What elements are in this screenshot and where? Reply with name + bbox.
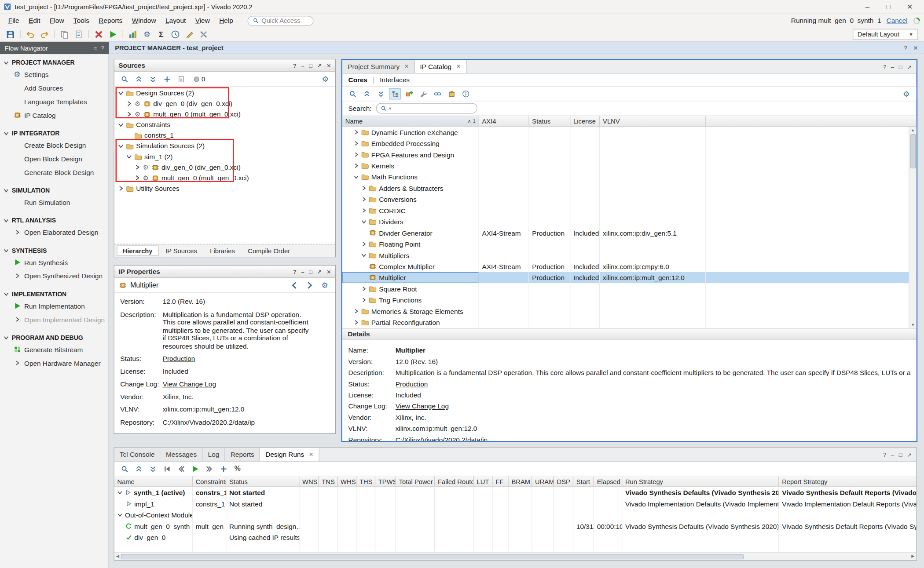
menu-flow[interactable]: Flow bbox=[45, 16, 69, 25]
panel-minimize-icon[interactable]: – bbox=[891, 63, 894, 70]
panel-maximize-icon[interactable]: □ bbox=[899, 63, 902, 70]
search-button[interactable] bbox=[118, 73, 130, 84]
details-value[interactable]: View Change Log bbox=[396, 402, 449, 409]
chevron-down-icon[interactable] bbox=[354, 174, 359, 179]
chevron-down-icon[interactable] bbox=[118, 122, 124, 127]
panel-float-icon[interactable]: ↗ bbox=[907, 451, 912, 458]
column-header-ths[interactable]: THS bbox=[356, 476, 375, 486]
add-ip-button[interactable] bbox=[403, 88, 415, 99]
runs-tab-reports[interactable]: Reports bbox=[225, 448, 260, 461]
workspace-close-icon[interactable]: ✕ bbox=[913, 44, 918, 51]
run-icon[interactable] bbox=[108, 30, 117, 39]
chevron-right-icon[interactable] bbox=[361, 286, 367, 291]
panel-float-icon[interactable]: ↗ bbox=[317, 268, 322, 275]
sources-tree-row-constrs-1[interactable]: constrs_1 bbox=[114, 130, 335, 141]
panel-maximize-icon[interactable]: □ bbox=[899, 451, 902, 458]
column-header-status[interactable]: Status bbox=[529, 116, 571, 126]
sources-tree-row-simulation-sources-2[interactable]: Simulation Sources (2) bbox=[114, 141, 335, 151]
catalog-row-adders-subtracters[interactable]: Adders & Subtracters bbox=[342, 182, 916, 193]
sum-icon[interactable]: Σ bbox=[157, 30, 165, 39]
scroll-up-icon[interactable]: ▲ bbox=[911, 127, 915, 133]
catalog-search-input[interactable] bbox=[394, 105, 472, 112]
copy-icon[interactable] bbox=[60, 30, 69, 39]
flownav-section-simulation[interactable]: SIMULATION bbox=[0, 184, 108, 195]
column-header-vlnv[interactable]: VLNV bbox=[600, 116, 706, 126]
collapse-all-button[interactable] bbox=[361, 88, 373, 99]
workspace-help-icon[interactable]: ? bbox=[904, 44, 907, 51]
scrollbar-thumb[interactable] bbox=[910, 134, 916, 168]
menu-layout[interactable]: Layout bbox=[161, 16, 191, 25]
search-button[interactable] bbox=[118, 463, 130, 474]
chevron-down-icon[interactable] bbox=[117, 512, 123, 517]
hierarchy-view-button[interactable] bbox=[389, 88, 401, 99]
column-header-uram[interactable]: URAM bbox=[532, 476, 554, 486]
panel-float-icon[interactable]: ↗ bbox=[317, 62, 322, 69]
close-tab-icon[interactable]: ✕ bbox=[309, 451, 313, 457]
chevron-right-icon[interactable] bbox=[354, 141, 359, 146]
chevron-right-icon[interactable] bbox=[361, 186, 367, 191]
panel-close-icon[interactable]: ✕ bbox=[326, 268, 331, 275]
catalog-subtab-interfaces[interactable]: Interfaces bbox=[380, 76, 410, 83]
sources-tab-libraries[interactable]: Libraries bbox=[204, 245, 241, 256]
ip-properties-value[interactable]: View Change Log bbox=[163, 380, 216, 388]
runs-tab-tcl-console[interactable]: Tcl Console bbox=[114, 448, 161, 461]
chevron-down-icon[interactable] bbox=[117, 490, 123, 495]
run-row-synth-1-active[interactable]: synth_1 (active)constrs_1Not startedViva… bbox=[114, 487, 917, 498]
flownav-item-run-implementation[interactable]: Run Implementation bbox=[0, 299, 108, 313]
close-tab-icon[interactable]: ✕ bbox=[456, 64, 461, 69]
panel-help-icon[interactable]: ? bbox=[293, 268, 297, 275]
chevron-down-icon[interactable] bbox=[118, 143, 124, 149]
clock-icon[interactable] bbox=[171, 30, 180, 39]
catalog-row-memories-storage-elements[interactable]: Memories & Storage Elements bbox=[342, 306, 916, 317]
menu-file[interactable]: File bbox=[4, 16, 24, 25]
column-header-constraints[interactable]: Constraints bbox=[193, 476, 226, 486]
flownav-item-open-block-design[interactable]: Open Block Design bbox=[0, 152, 108, 166]
panel-help-icon[interactable]: ? bbox=[883, 63, 886, 70]
package-button[interactable] bbox=[445, 88, 457, 99]
run-button[interactable] bbox=[189, 463, 201, 474]
customize-ip-button[interactable] bbox=[417, 88, 429, 99]
flownav-section-implementation[interactable]: IMPLEMENTATION bbox=[0, 288, 108, 299]
runs-tab-log[interactable]: Log bbox=[203, 448, 225, 461]
search-button[interactable] bbox=[346, 88, 358, 99]
catalog-row-embedded-processing[interactable]: Embedded Processing bbox=[342, 138, 916, 149]
catalog-row-conversions[interactable]: Conversions bbox=[342, 194, 916, 205]
chevron-right-icon[interactable] bbox=[354, 309, 359, 314]
column-header-run-strategy[interactable]: Run Strategy bbox=[622, 476, 779, 486]
run-row-mult-gen-0-synth-1[interactable]: mult_gen_0_synth_1mult_gen_0Running synt… bbox=[114, 521, 917, 532]
flownav-section-ip-integrator[interactable]: IP INTEGRATOR bbox=[0, 127, 108, 138]
scrollbar-thumb[interactable] bbox=[121, 554, 744, 559]
flownav-item-add-sources[interactable]: Add Sources bbox=[0, 81, 108, 95]
catalog-row-fpga-features-and-design[interactable]: FPGA Features and Design bbox=[342, 149, 916, 160]
window-close-button[interactable]: ✕ bbox=[899, 3, 920, 11]
redo-icon[interactable] bbox=[40, 30, 49, 39]
panel-minimize-icon[interactable]: – bbox=[301, 62, 304, 69]
catalog-row-dynamic-function-exchange[interactable]: Dynamic Function eXchange bbox=[342, 127, 916, 138]
add-sources-button[interactable] bbox=[161, 73, 173, 84]
link-button[interactable] bbox=[431, 88, 443, 99]
panel-help-icon[interactable]: ? bbox=[883, 451, 886, 458]
flownav-section-synthesis[interactable]: SYNTHESIS bbox=[0, 244, 108, 255]
create-runs-button[interactable] bbox=[217, 463, 229, 474]
sources-tab-hierarchy[interactable]: Hierarchy bbox=[117, 245, 158, 256]
flow-navigator-menu-icon[interactable]: ≡ bbox=[93, 45, 97, 51]
settings-gear-icon[interactable]: ⚙ bbox=[143, 30, 151, 39]
flownav-section-program-and-debug[interactable]: PROGRAM AND DEBUG bbox=[0, 331, 108, 342]
column-header-bram[interactable]: BRAM bbox=[509, 476, 532, 486]
flownav-item-run-synthesis[interactable]: Run Synthesis bbox=[0, 255, 108, 269]
flownav-item-create-block-design[interactable]: Create Block Design bbox=[0, 138, 108, 152]
sources-tree-row-mult-gen-0-mult-gen-0-xci[interactable]: ⚙mult_gen_0 (mult_gen_0.xci) bbox=[114, 109, 335, 120]
chart-icon[interactable] bbox=[128, 30, 137, 39]
quick-access-search[interactable]: Quick Access bbox=[247, 15, 313, 25]
column-header-name[interactable]: Name bbox=[114, 476, 193, 486]
chevron-right-icon[interactable] bbox=[126, 111, 132, 117]
catalog-row-multipliers[interactable]: Multipliers bbox=[342, 250, 916, 261]
column-header-tns[interactable]: TNS bbox=[319, 476, 338, 486]
catalog-tab-ip-catalog[interactable]: IP Catalog✕ bbox=[414, 60, 466, 73]
catalog-row-dividers[interactable]: Dividers bbox=[342, 216, 916, 227]
run-row-impl-1[interactable]: impl_1constrs_1Not startedVivado Impleme… bbox=[114, 498, 917, 509]
menu-window[interactable]: Window bbox=[127, 16, 161, 25]
catalog-row-square-root[interactable]: Square Root bbox=[342, 283, 916, 294]
undo-icon[interactable] bbox=[26, 30, 35, 39]
scroll-right-icon[interactable]: ▶ bbox=[911, 553, 914, 560]
